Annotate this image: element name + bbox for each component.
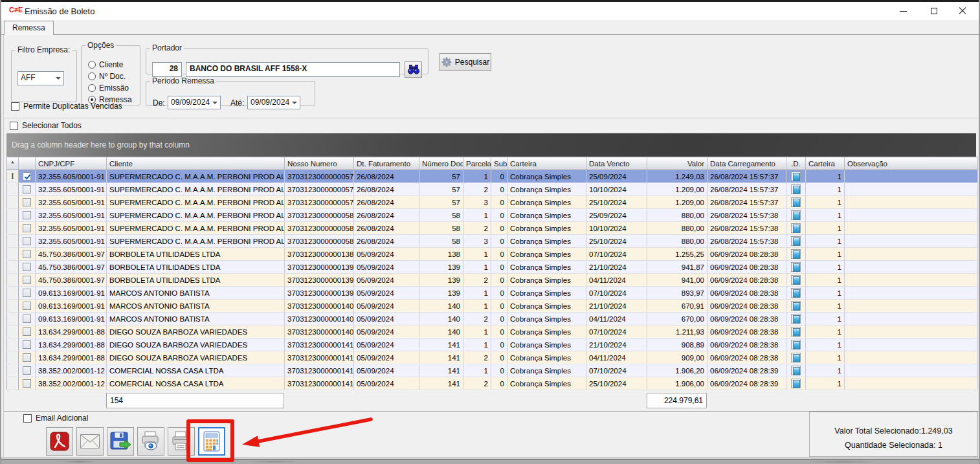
row-checkbox[interactable] — [23, 276, 31, 284]
table-row[interactable]: 32.355.605/0001-91SUPERMERCADO C. M.A.A.… — [7, 183, 978, 196]
table-row[interactable]: 32.355.605/0001-91SUPERMERCADO C. M.A.A.… — [7, 222, 978, 235]
row-checkbox[interactable] — [23, 224, 31, 232]
row-checkbox[interactable] — [23, 211, 31, 219]
document-icon[interactable] — [791, 184, 801, 194]
table-row[interactable]: 13.634.299/0001-88DIEGO SOUZA BARBOZA VA… — [7, 351, 978, 364]
document-icon[interactable] — [791, 210, 801, 220]
row-checkbox-checked[interactable] — [23, 172, 31, 181]
row-checkbox-cell[interactable] — [19, 261, 36, 274]
table-row[interactable]: 09.613.169/0001-91MARCOS ANTONIO BATISTA… — [7, 300, 978, 313]
row-checkbox[interactable] — [23, 315, 31, 323]
table-row[interactable]: 32.355.605/0001-91SUPERMERCADO C. M.A.A.… — [7, 209, 978, 222]
table-row[interactable]: 13.634.299/0001-88DIEGO SOUZA BARBOZA VA… — [7, 338, 978, 351]
row-checkbox-cell[interactable] — [19, 338, 36, 351]
table-row[interactable]: 09.613.169/0001-91MARCOS ANTONIO BATISTA… — [7, 313, 978, 326]
table-row[interactable]: 13.634.299/0001-88DIEGO SOUZA BARBOZA VA… — [7, 326, 978, 338]
row-checkbox-cell[interactable] — [19, 351, 36, 364]
col-header-data-carregamento[interactable]: Data Carregamento — [707, 157, 786, 170]
col-header-parcela[interactable]: Parcela — [463, 157, 491, 170]
table-row[interactable]: 45.750.386/0001-97BORBOLETA UTILIDADES L… — [7, 248, 978, 261]
row-checkbox-cell[interactable] — [19, 313, 36, 326]
row-checkbox-cell[interactable] — [19, 170, 36, 183]
table-row[interactable]: 45.750.386/0001-97BORBOLETA UTILIDADES L… — [7, 274, 978, 287]
document-icon[interactable] — [791, 379, 801, 388]
save-remessa-button[interactable] — [107, 427, 134, 456]
selecionar-todos-checkbox[interactable]: Selecionar Todos — [10, 121, 82, 130]
row-checkbox[interactable] — [23, 250, 31, 258]
send-email-button[interactable] — [76, 427, 104, 456]
row-checkbox-cell[interactable] — [19, 248, 36, 261]
col-header-carteira[interactable]: Carteira — [507, 157, 586, 170]
document-icon[interactable] — [791, 314, 801, 324]
document-icon[interactable] — [791, 301, 801, 311]
col-header-cliente[interactable]: Cliente — [107, 157, 285, 170]
col-header-cnpj[interactable]: CNPJ/CPF — [36, 157, 107, 170]
row-checkbox-cell[interactable] — [19, 300, 36, 313]
row-checkbox[interactable] — [23, 185, 31, 193]
row-checkbox-cell[interactable] — [19, 364, 36, 377]
row-checkbox[interactable] — [23, 237, 31, 245]
row-checkbox[interactable] — [23, 289, 31, 297]
col-header-data-vencto[interactable]: Data Vencto — [586, 157, 647, 170]
table-row[interactable]: 38.352.002/0001-12COMERCIAL NOSSA CASA L… — [7, 364, 978, 377]
portador-code-field[interactable]: 28 — [152, 62, 182, 77]
minimize-button[interactable] — [889, 2, 917, 20]
portador-search-button[interactable] — [405, 61, 422, 78]
col-header-observacao[interactable]: Observação — [845, 157, 978, 170]
document-icon[interactable] — [791, 171, 801, 181]
row-checkbox[interactable] — [23, 340, 31, 349]
row-checkbox[interactable] — [23, 198, 31, 206]
col-header-carteira2[interactable]: Carteira — [806, 157, 845, 170]
table-row[interactable]: 32.355.605/0001-91SUPERMERCADO C. M.A.A.… — [7, 235, 978, 248]
close-button[interactable] — [949, 2, 976, 20]
row-checkbox-cell[interactable] — [19, 287, 36, 300]
document-icon[interactable] — [791, 327, 801, 337]
document-icon[interactable] — [791, 262, 801, 272]
row-checkbox-cell[interactable] — [19, 377, 36, 390]
document-icon[interactable] — [791, 288, 801, 298]
email-adicional-checkbox[interactable]: Email Adicional — [23, 414, 88, 423]
row-checkbox-cell[interactable] — [19, 222, 36, 235]
col-header-valor[interactable]: Valor — [647, 157, 707, 170]
document-icon[interactable] — [791, 236, 801, 246]
empresa-select[interactable]: AFF — [17, 71, 64, 85]
row-checkbox[interactable] — [23, 379, 31, 388]
document-icon[interactable] — [791, 353, 801, 362]
row-checkbox[interactable] — [23, 353, 31, 362]
document-icon[interactable] — [791, 340, 801, 349]
date-to-picker[interactable]: 09/09/2024 — [247, 96, 300, 109]
row-checkbox-cell[interactable] — [19, 209, 36, 222]
calculate-remessa-button[interactable] — [198, 427, 225, 456]
document-icon[interactable] — [791, 249, 801, 259]
tab-remessa[interactable]: Remessa — [4, 21, 54, 35]
print-button[interactable] — [168, 427, 195, 456]
col-header-numero-doc[interactable]: Número Doc. — [419, 157, 463, 170]
row-checkbox-cell[interactable] — [19, 183, 36, 196]
row-checkbox-cell[interactable] — [19, 326, 36, 338]
col-header-nosso-numero[interactable]: Nosso Numero — [285, 157, 354, 170]
col-header-doc[interactable]: .D. — [786, 157, 806, 170]
row-checkbox-cell[interactable] — [19, 274, 36, 287]
row-checkbox[interactable] — [23, 327, 31, 336]
permite-duplicatas-checkbox[interactable]: Permite Duplicatas Vencidas — [11, 102, 122, 111]
row-checkbox[interactable] — [23, 263, 31, 271]
table-row[interactable]: 09.613.169/0001-91MARCOS ANTONIO BATISTA… — [7, 287, 978, 300]
row-checkbox[interactable] — [23, 302, 31, 310]
document-icon[interactable] — [791, 197, 801, 207]
document-icon[interactable] — [791, 275, 801, 285]
table-row[interactable]: 38.352.002/0001-12COMERCIAL NOSSA CASA L… — [7, 377, 978, 390]
document-icon[interactable] — [791, 366, 801, 375]
table-row[interactable]: I32.355.605/0001-91SUPERMERCADO C. M.A.A… — [7, 170, 978, 183]
col-header-sub[interactable]: Sub — [491, 157, 507, 170]
radio-emissao[interactable]: Emissão — [88, 83, 129, 93]
table-row[interactable]: 32.355.605/0001-91SUPERMERCADO C. M.A.A.… — [7, 196, 978, 209]
row-checkbox-cell[interactable] — [19, 235, 36, 248]
date-from-picker[interactable]: 09/09/2024 — [168, 96, 221, 109]
export-pdf-button[interactable] — [46, 427, 73, 456]
row-checkbox[interactable] — [23, 366, 31, 375]
col-header-checkbox[interactable] — [19, 157, 36, 170]
radio-cliente[interactable]: Cliente — [88, 60, 123, 69]
col-header-dt-faturamento[interactable]: Dt. Faturamento — [354, 157, 419, 170]
print-preview-button[interactable] — [137, 427, 164, 456]
portador-name-field[interactable]: BANCO DO BRASIL AFF 1558-X — [186, 62, 400, 77]
